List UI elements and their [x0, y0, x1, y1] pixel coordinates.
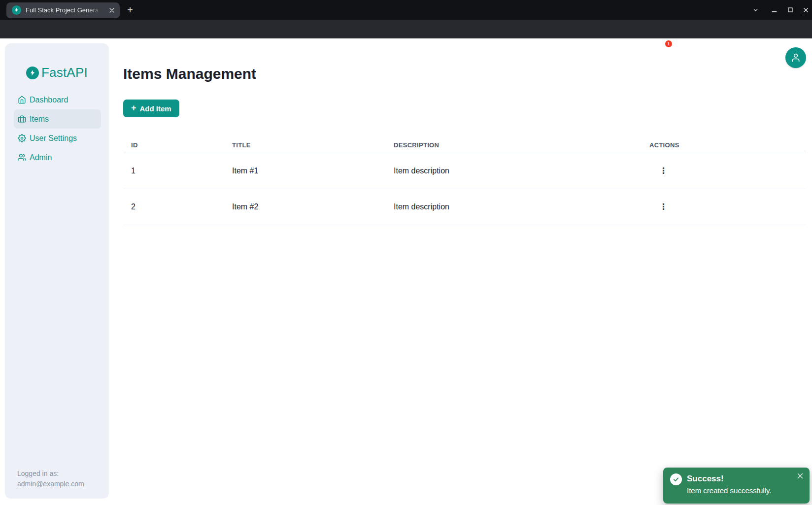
new-tab-button[interactable]: +	[125, 2, 135, 18]
cell-id: 1	[123, 167, 224, 175]
users-icon	[18, 153, 26, 162]
column-header-actions: ACTIONS	[642, 141, 806, 149]
window-maximize-button[interactable]	[785, 5, 795, 15]
sidebar-item-user-settings[interactable]: User Settings	[14, 129, 101, 148]
column-header-description: DESCRIPTION	[386, 141, 642, 149]
add-item-button[interactable]: + Add Item	[123, 100, 179, 117]
cell-title: Item #1	[224, 167, 386, 175]
app-sidebar: FastAPI Dashboard Items User Settings	[5, 43, 109, 499]
toast-close-icon[interactable]	[796, 471, 805, 480]
cell-description: Item description	[386, 202, 642, 211]
window-minimize-button[interactable]	[769, 5, 779, 15]
browser-toolbar: i localhost/items 1	[0, 20, 812, 38]
gear-icon	[18, 134, 26, 142]
page-content: FastAPI Dashboard Items User Settings	[0, 38, 812, 505]
toast-message: Item created successfully.	[687, 486, 771, 495]
sidebar-item-items[interactable]: Items	[14, 109, 101, 129]
column-header-id: ID	[123, 141, 224, 149]
tab-search-chevron-icon[interactable]	[750, 5, 760, 15]
fastapi-logo: FastAPI	[26, 65, 88, 80]
sidebar-item-label: Items	[30, 115, 49, 124]
window-close-button[interactable]	[801, 5, 811, 15]
page-title: Items Management	[123, 64, 256, 84]
success-toast: Success! Item created successfully.	[663, 468, 810, 504]
sidebar-item-label: Admin	[30, 153, 52, 162]
fastapi-favicon-icon	[12, 5, 21, 15]
logged-in-email: admin@example.com	[17, 479, 84, 489]
column-header-title: TITLE	[224, 141, 386, 149]
cell-id: 2	[123, 202, 224, 211]
tab-title: Full Stack Project Genera	[26, 2, 104, 18]
fastapi-bolt-icon	[26, 67, 39, 79]
sidebar-menu: Dashboard Items User Settings Admin	[5, 90, 109, 167]
logo-text: FastAPI	[41, 65, 88, 80]
table-header-row: ID TITLE DESCRIPTION ACTIONS	[123, 137, 806, 153]
home-icon	[18, 96, 26, 104]
cell-description: Item description	[386, 167, 642, 175]
browser-tab[interactable]: Full Stack Project Genera	[6, 2, 120, 18]
table-row: 2 Item #2 Item description ⋮	[123, 189, 806, 225]
check-circle-icon	[670, 473, 682, 485]
row-actions-kebab-icon[interactable]: ⋮	[659, 166, 668, 175]
add-item-label: Add Item	[140, 104, 171, 113]
sidebar-item-dashboard[interactable]: Dashboard	[14, 90, 101, 109]
tab-close-icon[interactable]	[108, 6, 116, 14]
table-row: 1 Item #1 Item description ⋮	[123, 153, 806, 189]
sidebar-item-label: Dashboard	[30, 96, 68, 104]
logged-in-footer: Logged in as: admin@example.com	[17, 469, 84, 489]
plus-icon: +	[131, 103, 136, 112]
cell-title: Item #2	[224, 202, 386, 211]
user-icon	[791, 53, 801, 63]
browser-tab-bar: Full Stack Project Genera +	[0, 0, 812, 20]
briefcase-icon	[18, 115, 26, 123]
user-avatar-button[interactable]	[785, 47, 806, 68]
logged-in-label: Logged in as:	[17, 469, 84, 479]
items-table: ID TITLE DESCRIPTION ACTIONS 1 Item #1 I…	[123, 137, 806, 225]
sidebar-item-admin[interactable]: Admin	[14, 148, 101, 167]
row-actions-kebab-icon[interactable]: ⋮	[659, 202, 668, 211]
toast-title: Success!	[687, 474, 724, 484]
sidebar-item-label: User Settings	[30, 134, 77, 143]
rewards-notification-badge: 1	[665, 40, 672, 47]
